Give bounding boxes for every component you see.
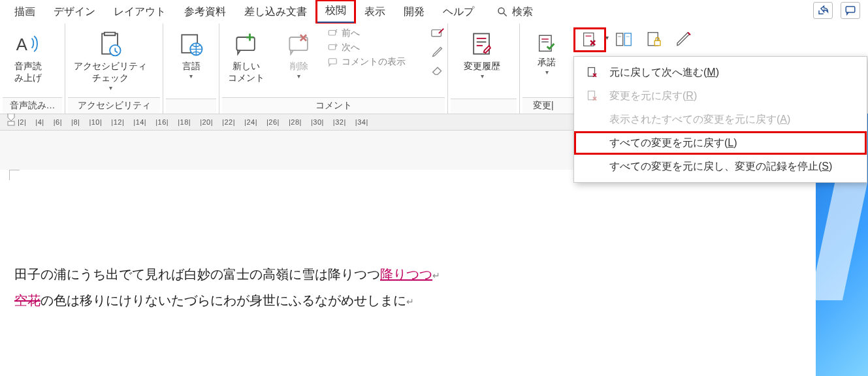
track-changes-icon: [468, 29, 496, 60]
new-comment-button[interactable]: 新しい コメント: [222, 26, 270, 86]
tab-references[interactable]: 参考資料: [175, 1, 235, 23]
accessibility-check-button[interactable]: アクセシビリティ チェック ▾: [68, 26, 153, 95]
ribbon-tabs: 描画 デザイン レイアウト 参考資料 差し込み文書 校閲 表示 開発 ヘルプ 検…: [0, 0, 868, 24]
reject-next-icon: [586, 65, 600, 80]
menu-label: 表示されたすべての変更を元に戻す: [609, 114, 777, 125]
prev-icon: [327, 27, 339, 39]
ruler-tick: |26|: [266, 118, 280, 126]
next-label: 次へ: [342, 42, 360, 54]
ruler-tick: |4|: [35, 118, 44, 126]
menu-reject-all-stop[interactable]: すべての変更を元に戻し、変更の記録を停止(S): [574, 155, 867, 178]
menu-label: すべての変更を元に戻す: [609, 137, 724, 148]
show-comments-label: コメントの表示: [342, 56, 406, 68]
read-aloud-icon: A: [14, 29, 42, 60]
reject-icon: [586, 89, 600, 103]
read-aloud-label-1: 音声読: [14, 60, 42, 72]
compare-button[interactable]: [613, 29, 635, 51]
svg-rect-28: [654, 40, 660, 46]
ruler-tick: |20|: [200, 118, 213, 126]
blank-icon: [586, 159, 600, 174]
pen-icon[interactable]: [430, 44, 445, 59]
search-placeholder: 検索: [512, 5, 533, 19]
delete-comment-button[interactable]: 削除 ▾: [274, 26, 323, 83]
language-button[interactable]: 言語 ▾: [166, 26, 216, 83]
reject-dropdown-button[interactable]: ▾: [575, 29, 605, 51]
document-line[interactable]: 空花の色は移りにけりないたづらにわが身世にふるながめせしまに↵: [14, 287, 803, 313]
menu-label: 元に戻して次へ進む: [609, 67, 703, 78]
group-label-language: [166, 99, 216, 114]
tab-help[interactable]: ヘルプ: [434, 1, 483, 23]
menu-mnemonic: L: [728, 137, 733, 148]
page-corner-icon: [9, 170, 20, 180]
prev-comment-button[interactable]: 前へ: [327, 27, 426, 39]
show-comments-icon: [327, 56, 339, 68]
show-comments-button[interactable]: コメントの表示: [327, 56, 426, 68]
prev-label: 前へ: [342, 27, 360, 39]
svg-rect-23: [617, 33, 623, 46]
tab-design[interactable]: デザイン: [44, 1, 104, 23]
indent-marker-icon[interactable]: [7, 112, 16, 121]
ink-icon: [674, 30, 694, 50]
comments-pane-button[interactable]: [841, 2, 860, 19]
ruler-tick: |6|: [54, 118, 62, 126]
protect-button[interactable]: [643, 29, 665, 51]
ruler-tick: |14|: [133, 118, 146, 126]
read-aloud-label-2: み上げ: [14, 72, 42, 84]
ruler-tick: |30|: [311, 118, 324, 126]
accept-button[interactable]: 承諾 ▾: [526, 29, 567, 79]
group-label-tracking: [451, 99, 517, 114]
page[interactable]: 田子の浦にうち出でて見れば白妙の富士の高嶺に雪は降りつつ降りつつ↵ 空花の色は移…: [0, 170, 816, 376]
protect-icon: [644, 30, 664, 50]
text-run: の色は移りにけりないたづらにわが身世にふるながめせしまに: [40, 293, 406, 307]
ruler-tick: |24|: [244, 118, 257, 126]
chevron-down-icon: ▾: [605, 34, 609, 41]
menu-mnemonic: S: [822, 161, 829, 172]
menu-reject-and-next[interactable]: 元に戻して次へ進む(M): [574, 61, 867, 84]
svg-point-0: [498, 8, 504, 14]
ruler-tick: |32|: [333, 118, 346, 126]
accept-icon: [536, 31, 558, 56]
svg-marker-29: [8, 114, 14, 121]
tab-draw[interactable]: 描画: [5, 1, 44, 23]
chevron-down-icon: ▾: [109, 84, 112, 92]
document-line[interactable]: 田子の浦にうち出でて見れば白妙の富士の高嶺に雪は降りつつ降りつつ↵: [14, 261, 803, 287]
compare-icon: [614, 30, 634, 50]
share-button[interactable]: [813, 2, 833, 19]
language-icon: [177, 29, 206, 60]
chevron-down-icon: ▾: [189, 72, 193, 80]
tab-mailings[interactable]: 差し込み文書: [235, 1, 316, 23]
new-comment-label-2: コメント: [228, 72, 265, 84]
ruler-tick: |22|: [222, 118, 235, 126]
ruler-tick: |10|: [89, 118, 102, 126]
tab-developer[interactable]: 開発: [394, 1, 434, 23]
ruler-tick: |16|: [155, 118, 169, 126]
read-aloud-button[interactable]: A 音声読 み上げ: [3, 26, 54, 86]
eraser-icon[interactable]: [430, 61, 445, 76]
accessibility-label-2: チェック: [92, 72, 129, 84]
svg-text:A: A: [16, 35, 28, 54]
svg-rect-12: [329, 59, 336, 64]
svg-rect-24: [624, 33, 631, 46]
tab-review[interactable]: 校閲: [316, 0, 355, 24]
group-label-comments: コメント: [222, 97, 445, 114]
track-changes-button[interactable]: 変更履歴 ▾: [451, 26, 513, 83]
ruler-tick: |8|: [71, 118, 80, 126]
ink-comment-icon[interactable]: [430, 27, 445, 42]
menu-reject-all[interactable]: すべての変更を元に戻す(L): [574, 131, 867, 155]
delete-comment-label: 削除: [290, 60, 308, 72]
svg-rect-30: [8, 121, 14, 125]
reject-dropdown-menu: 元に戻して次へ進む(M) 変更を元に戻す(R) 表示されたすべての変更を元に戻す…: [573, 56, 867, 183]
reject-icon: [581, 31, 599, 49]
search-box[interactable]: 検索: [496, 5, 533, 19]
new-comment-label-1: 新しい: [233, 60, 260, 72]
blank-icon: [586, 136, 600, 150]
tab-view[interactable]: 表示: [355, 1, 394, 23]
search-icon: [496, 6, 508, 18]
track-changes-label: 変更履歴: [464, 60, 500, 72]
tab-layout[interactable]: レイアウト: [104, 1, 175, 23]
ink-button[interactable]: [673, 29, 695, 51]
paragraph-mark-icon: ↵: [432, 271, 440, 281]
accessibility-label-1: アクセシビリティ: [74, 60, 147, 72]
next-comment-button[interactable]: 次へ: [327, 42, 426, 54]
menu-label: 変更を元に戻す: [609, 90, 683, 101]
